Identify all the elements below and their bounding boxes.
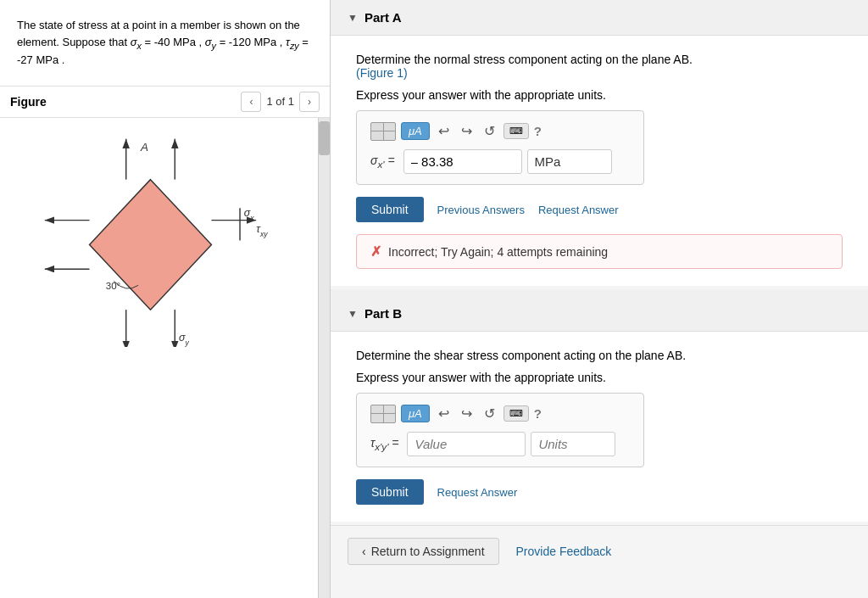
figure-nav: ‹ 1 of 1 › — [241, 92, 320, 112]
part-b-question: Determine the shear stress component act… — [356, 349, 843, 362]
part-b-content: Determine the shear stress component act… — [331, 332, 868, 522]
return-chevron-icon: ‹ — [362, 545, 366, 558]
part-b-answer-box: μΑ ↩ ↪ ↺ ⌨ ? τx'y' = — [356, 393, 644, 467]
part-a-help-button[interactable]: ? — [534, 124, 542, 138]
svg-text:30°: 30° — [106, 281, 120, 291]
part-a-express-label: Express your answer with the appropriate… — [356, 88, 843, 102]
figure-scrollbar[interactable] — [318, 118, 330, 598]
part-b-value-input[interactable] — [407, 432, 526, 456]
return-label: Return to Assignment — [371, 545, 485, 558]
figure-header: Figure ‹ 1 of 1 › — [0, 87, 330, 118]
part-b-toolbar: μΑ ↩ ↪ ↺ ⌨ ? — [370, 404, 630, 423]
svg-text:τxy: τxy — [256, 223, 268, 238]
return-to-assignment-button[interactable]: ‹ Return to Assignment — [348, 538, 499, 565]
part-b-units-input[interactable] — [531, 432, 615, 456]
part-b-help-button[interactable]: ? — [534, 406, 542, 421]
part-a-input-row: σx' = – 83.38 MPa — [370, 149, 630, 174]
part-a-grid-icon[interactable] — [370, 122, 396, 141]
scroll-thumb — [319, 121, 330, 155]
part-a-mu-button[interactable]: μΑ — [401, 122, 430, 140]
svg-text:A: A — [140, 141, 148, 154]
figure-canvas: σx τxy σy — [0, 118, 330, 598]
part-a-toolbar: μΑ ↩ ↪ ↺ ⌨ ? — [370, 121, 630, 141]
part-a-content: Determine the normal stress component ac… — [331, 36, 868, 286]
part-a-redo-button[interactable]: ↪ — [458, 121, 476, 141]
figure-section: Figure ‹ 1 of 1 › σx — [0, 87, 330, 598]
part-b-header[interactable]: ▼ Part B — [331, 296, 868, 332]
part-a-units-input[interactable]: MPa — [527, 149, 612, 174]
part-b-var-label: τx'y' = — [370, 436, 398, 452]
part-a-undo-button[interactable]: ↩ — [435, 121, 453, 141]
part-a-error-box: ✗ Incorrect; Try Again; 4 attempts remai… — [356, 234, 843, 269]
part-b-grid-icon[interactable] — [370, 405, 396, 423]
part-b-redo-button[interactable]: ↪ — [458, 404, 476, 423]
right-panel: ▼ Part A Determine the normal stress com… — [331, 0, 868, 598]
part-a-collapse-icon: ▼ — [348, 12, 358, 24]
part-a-value-input[interactable]: – 83.38 — [403, 149, 522, 174]
part-a-action-row: Submit Previous Answers Request Answer — [356, 197, 843, 222]
part-a-prev-answers-link[interactable]: Previous Answers — [437, 204, 525, 216]
part-b-mu-button[interactable]: μΑ — [401, 405, 430, 422]
part-b-refresh-button[interactable]: ↺ — [481, 404, 498, 423]
figure-next-button[interactable]: › — [299, 92, 320, 112]
part-a-var-label: σx' = — [370, 154, 395, 170]
figure-count: 1 of 1 — [266, 95, 294, 108]
figure-prev-button[interactable]: ‹ — [241, 92, 261, 112]
provide-feedback-link[interactable]: Provide Feedback — [516, 545, 612, 558]
part-b-collapse-icon: ▼ — [348, 308, 358, 320]
part-a-request-answer-link[interactable]: Request Answer — [538, 204, 619, 216]
part-b-input-row: τx'y' = — [370, 432, 630, 456]
part-a-error-text: Incorrect; Try Again; 4 attempts remaini… — [388, 245, 608, 259]
part-a-figure-link[interactable]: (Figure 1) — [356, 66, 408, 80]
svg-text:σy: σy — [179, 331, 190, 346]
part-a-answer-box: μΑ ↩ ↪ ↺ ⌨ ? σx' = – 83.38 MPa — [356, 110, 644, 185]
part-a-error-icon: ✗ — [370, 243, 381, 260]
part-a-refresh-button[interactable]: ↺ — [481, 121, 498, 141]
part-b-section: ▼ Part B Determine the shear stress comp… — [331, 296, 868, 522]
part-a-question: Determine the normal stress component ac… — [356, 53, 843, 80]
part-separator — [331, 289, 868, 296]
part-b-keyboard-button[interactable]: ⌨ — [504, 405, 529, 422]
part-a-submit-button[interactable]: Submit — [356, 197, 424, 222]
part-b-express-label: Express your answer with the appropriate… — [356, 371, 843, 384]
figure-title: Figure — [10, 95, 47, 109]
bottom-bar: ‹ Return to Assignment Provide Feedback — [331, 525, 868, 577]
part-b-label: Part B — [364, 306, 402, 321]
part-a-keyboard-button[interactable]: ⌨ — [504, 123, 529, 139]
part-b-submit-button[interactable]: Submit — [356, 479, 424, 505]
part-a-header[interactable]: ▼ Part A — [331, 0, 868, 36]
part-b-undo-button[interactable]: ↩ — [435, 404, 453, 423]
part-b-request-answer-link[interactable]: Request Answer — [437, 486, 518, 499]
problem-statement: The state of stress at a point in a memb… — [0, 0, 330, 87]
part-a-label: Part A — [364, 10, 402, 25]
part-a-section: ▼ Part A Determine the normal stress com… — [331, 0, 868, 286]
problem-text: The state of stress at a point in a memb… — [17, 19, 309, 66]
part-b-action-row: Submit Request Answer — [356, 479, 843, 505]
